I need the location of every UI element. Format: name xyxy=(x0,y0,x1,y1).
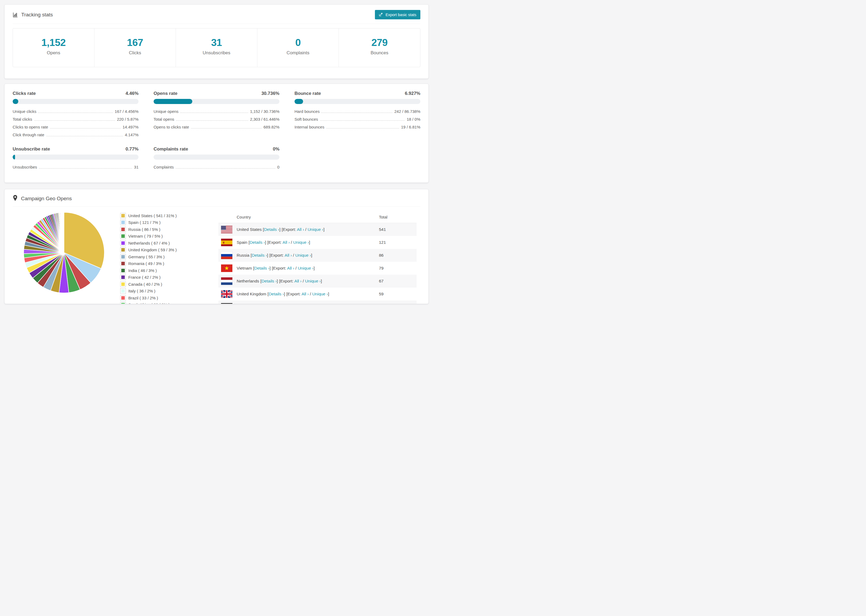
legend-item[interactable]: Brazil ( 33 / 2% ) xyxy=(120,295,185,300)
legend-swatch xyxy=(120,295,126,300)
country-cell: United Kingdom [Details ›] [Export: All … xyxy=(237,292,329,297)
export-unique-link[interactable]: Unique › xyxy=(298,266,313,270)
rate-row: Opens to clicks rate689.82% xyxy=(154,124,279,130)
legend-swatch xyxy=(120,288,126,294)
nl-flag-icon xyxy=(221,277,232,285)
stat-value: 279 xyxy=(339,38,420,48)
legend-swatch xyxy=(120,240,126,246)
legend-label: France ( 42 / 2% ) xyxy=(128,275,161,280)
export-all-link[interactable]: All › xyxy=(285,253,292,258)
details-link[interactable]: Details › xyxy=(261,279,277,283)
export-unique-link[interactable]: Unique › xyxy=(305,279,321,283)
export-all-link[interactable]: All › xyxy=(283,240,290,245)
rate-row-label: Unsubscribes xyxy=(13,165,37,170)
dotted-leader xyxy=(50,128,121,129)
de-flag-icon xyxy=(221,303,232,304)
details-link[interactable]: Details › xyxy=(254,266,269,270)
legend-item[interactable]: India ( 46 / 3% ) xyxy=(120,268,185,273)
legend-swatch xyxy=(120,247,126,252)
country-cell: Vietnam [Details ›] [Export: All › / Uni… xyxy=(237,266,315,271)
rate-title: Clicks rate xyxy=(13,91,36,96)
progress-bar xyxy=(13,99,139,104)
pie-slice[interactable] xyxy=(64,212,64,253)
rate-row-value: 14.497% xyxy=(123,124,139,130)
export-basic-stats-button[interactable]: Export basic stats xyxy=(375,10,420,19)
column-header-total: Total xyxy=(379,215,417,219)
export-unique-link[interactable]: Unique › xyxy=(308,227,324,232)
rate-row-label: Unique clicks xyxy=(13,109,36,114)
rate-row-value: 4.147% xyxy=(125,132,139,137)
rates-grid: Clicks rate4.46%Unique clicks167 / 4.456… xyxy=(13,91,420,170)
stat-value: 31 xyxy=(176,38,257,48)
rate-row-value: 0 xyxy=(277,165,279,170)
legend-label: Romania ( 49 / 3% ) xyxy=(128,261,164,266)
legend-item[interactable]: Romania ( 49 / 3% ) xyxy=(120,261,185,266)
geo-body: United States ( 541 / 31% )Spain ( 121 /… xyxy=(13,207,420,304)
legend-label: Germany ( 55 / 3% ) xyxy=(128,255,165,259)
legend-item[interactable]: Vietnam ( 79 / 5% ) xyxy=(120,234,185,239)
legend-item[interactable]: Canada ( 40 / 2% ) xyxy=(120,282,185,287)
legend-swatch xyxy=(120,268,126,273)
export-unique-link[interactable]: Unique › xyxy=(295,253,311,258)
geo-table-row: Spain [Details ›] [Export: All › / Uniqu… xyxy=(218,236,417,249)
export-all-link[interactable]: All › xyxy=(301,292,309,296)
geo-table-row: Vietnam [Details ›] [Export: All › / Uni… xyxy=(218,262,417,275)
export-unique-link[interactable]: Unique › xyxy=(293,240,309,245)
gb-flag-icon xyxy=(221,290,232,298)
stat-cell-bounces: 279Bounces xyxy=(339,28,420,67)
stat-value: 1,152 xyxy=(13,38,94,48)
rate-value: 4.46% xyxy=(126,91,139,96)
column-header-country: Country xyxy=(218,215,251,219)
legend-swatch xyxy=(120,282,126,287)
export-unique-link[interactable]: Unique › xyxy=(312,292,328,296)
geo-table-row: Russia [Details ›] [Export: All › / Uniq… xyxy=(218,249,417,262)
legend-item[interactable]: South Africa ( 29 / 2% ) xyxy=(120,302,185,304)
details-link[interactable]: Details › xyxy=(252,253,267,258)
legend-item[interactable]: Russia ( 86 / 5% ) xyxy=(120,227,185,232)
details-link[interactable]: Details › xyxy=(264,227,279,232)
page-title: Tracking stats xyxy=(21,12,53,18)
legend-item[interactable]: Netherlands ( 67 / 4% ) xyxy=(120,240,185,246)
legend-item[interactable]: France ( 42 / 2% ) xyxy=(120,275,185,280)
country-cell: Spain [Details ›] [Export: All › / Uniqu… xyxy=(237,240,310,245)
rate-title: Unsubscribe rate xyxy=(13,146,50,152)
rate-row-label: Soft bounces xyxy=(294,117,318,122)
rate-row-label: Complaints xyxy=(154,165,174,170)
legend-item[interactable]: United States ( 541 / 31% ) xyxy=(120,213,185,218)
export-all-link[interactable]: All › xyxy=(287,266,294,270)
legend-item[interactable]: Spain ( 121 / 7% ) xyxy=(120,220,185,225)
rate-row-label: Click through rate xyxy=(13,132,44,137)
geo-title: Campaign Geo Opens xyxy=(21,196,72,201)
rate-row-label: Hard bounces xyxy=(294,109,320,114)
legend-label: India ( 46 / 3% ) xyxy=(128,268,157,273)
rate-row: Internal bounces19 / 6.81% xyxy=(294,124,420,130)
stat-label: Bounces xyxy=(339,50,420,56)
rate-row: Click through rate4.147% xyxy=(13,132,139,137)
geo-table-row: United States [Details ›] [Export: All ›… xyxy=(218,223,417,236)
geo-legend: United States ( 541 / 31% )Spain ( 121 /… xyxy=(120,213,185,304)
progress-bar xyxy=(154,154,279,160)
total-cell: 541 xyxy=(379,227,417,232)
legend-label: Canada ( 40 / 2% ) xyxy=(128,282,162,286)
export-all-link[interactable]: All › xyxy=(294,279,302,283)
legend-item[interactable]: Italy ( 36 / 2% ) xyxy=(120,288,185,294)
details-link[interactable]: Details › xyxy=(250,240,265,245)
geo-header: Campaign Geo Opens xyxy=(13,189,420,207)
details-link[interactable]: Details › xyxy=(269,292,284,296)
rate-row: Unique clicks167 / 4.456% xyxy=(13,109,139,114)
dotted-leader xyxy=(191,128,262,129)
progress-bar-fill xyxy=(13,99,18,104)
rate-row-value: 167 / 4.456% xyxy=(115,109,139,114)
rate-row-value: 2,303 / 61.446% xyxy=(250,117,279,122)
rate-row: Unique opens1,152 / 30.736% xyxy=(154,109,279,114)
rate-row: Soft bounces18 / 0% xyxy=(294,117,420,122)
rate-row-value: 1,152 / 30.736% xyxy=(250,109,279,114)
legend-item[interactable]: United Kingdom ( 59 / 3% ) xyxy=(120,247,185,252)
export-all-link[interactable]: All › xyxy=(297,227,304,232)
geo-table-rows: United States [Details ›] [Export: All ›… xyxy=(218,223,417,304)
rate-value: 30.736% xyxy=(261,91,279,96)
dotted-leader xyxy=(181,113,248,113)
export-button-label: Export basic stats xyxy=(386,13,416,17)
geo-table: Country Total United States [Details ›] … xyxy=(218,212,417,304)
legend-item[interactable]: Germany ( 55 / 3% ) xyxy=(120,254,185,259)
